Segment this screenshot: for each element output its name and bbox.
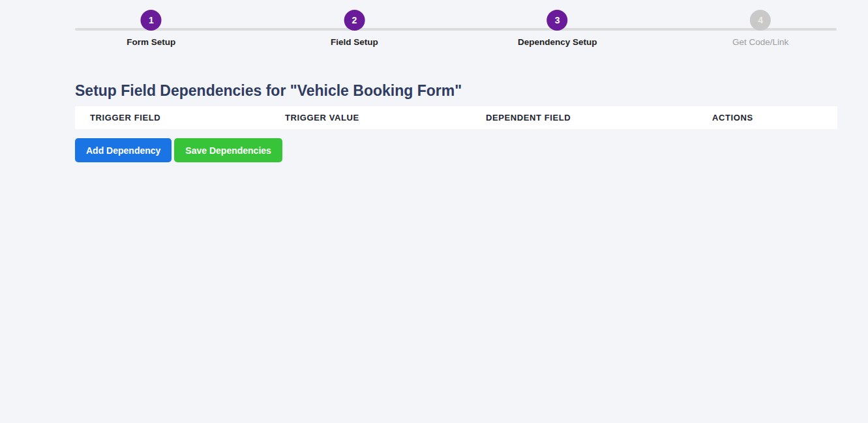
step-3-circle: 3 — [547, 10, 568, 31]
column-header-trigger-value: TRIGGER VALUE — [285, 113, 486, 123]
stepper-line — [75, 28, 837, 31]
step-2-label: Field Setup — [331, 37, 378, 47]
step-4-label: Get Code/Link — [732, 37, 788, 47]
dependency-table-header: TRIGGER FIELD TRIGGER VALUE DEPENDENT FI… — [75, 106, 837, 129]
step-4-number: 4 — [758, 15, 763, 25]
column-header-trigger-field: TRIGGER FIELD — [90, 113, 285, 123]
column-header-dependent-field: DEPENDENT FIELD — [486, 113, 712, 123]
stepper: 1 Form Setup 2 Field Setup 3 Dependency … — [75, 0, 837, 48]
step-field-setup[interactable]: 2 Field Setup — [331, 10, 378, 47]
step-1-label: Form Setup — [127, 37, 175, 47]
save-dependencies-button[interactable]: Save Dependencies — [174, 138, 282, 162]
step-get-code-link[interactable]: 4 Get Code/Link — [732, 10, 788, 47]
step-1-circle: 1 — [141, 10, 162, 31]
page-title: Setup Field Dependencies for "Vehicle Bo… — [75, 81, 868, 100]
step-1-number: 1 — [149, 15, 154, 25]
step-2-circle: 2 — [344, 10, 365, 31]
step-form-setup[interactable]: 1 Form Setup — [127, 10, 175, 47]
step-2-number: 2 — [352, 15, 357, 25]
actions-row: Add Dependency Save Dependencies — [75, 138, 868, 162]
column-header-actions: ACTIONS — [712, 113, 837, 123]
step-dependency-setup[interactable]: 3 Dependency Setup — [518, 10, 597, 47]
step-3-label: Dependency Setup — [518, 37, 597, 47]
step-4-circle: 4 — [750, 10, 771, 31]
add-dependency-button[interactable]: Add Dependency — [75, 138, 172, 162]
step-3-number: 3 — [555, 15, 560, 25]
